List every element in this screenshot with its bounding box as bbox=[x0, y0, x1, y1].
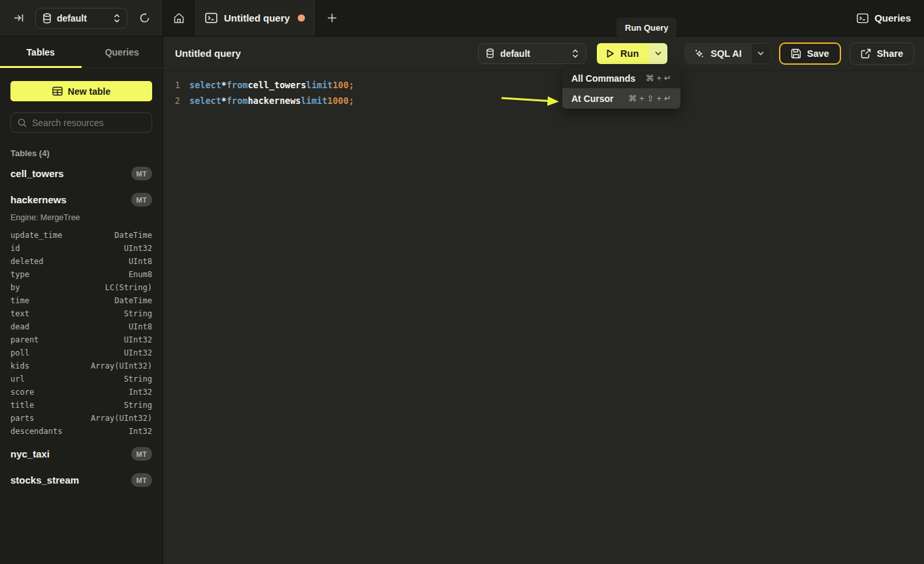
column-name: poll bbox=[10, 348, 29, 357]
sidebar-tab-queries[interactable]: Queries bbox=[82, 37, 163, 67]
run-query-tooltip: Run Query bbox=[616, 18, 677, 38]
column-row[interactable]: idUInt32 bbox=[10, 242, 152, 255]
queries-button[interactable]: Queries bbox=[844, 0, 924, 36]
table-row-stocks-stream[interactable]: stocks_stream MT bbox=[10, 469, 152, 491]
column-row[interactable]: pollUInt32 bbox=[10, 346, 152, 359]
column-name: by bbox=[10, 283, 20, 292]
table-row-nyc-taxi[interactable]: nyc_taxi MT bbox=[10, 443, 152, 465]
column-type: UInt8 bbox=[129, 322, 152, 331]
new-tab-button[interactable] bbox=[316, 0, 347, 36]
column-name: title bbox=[10, 401, 34, 410]
column-type: Int32 bbox=[129, 427, 152, 436]
run-button[interactable]: Run bbox=[597, 43, 649, 64]
column-row[interactable]: textString bbox=[10, 307, 152, 320]
save-button[interactable]: Save bbox=[779, 42, 841, 65]
shortcut-key-icon: ↵ bbox=[664, 73, 671, 83]
sql-editor[interactable]: 1select * from cell_towers limit 100;2se… bbox=[163, 71, 924, 108]
hackernews-columns: update_timeDateTimeidUInt32deletedUInt8t… bbox=[10, 229, 152, 438]
column-row[interactable]: kidsArray(UInt32) bbox=[10, 359, 152, 373]
column-name: update_time bbox=[10, 231, 62, 240]
new-table-button[interactable]: New table bbox=[10, 81, 152, 101]
engine-badge: MT bbox=[131, 473, 152, 487]
column-name: kids bbox=[10, 361, 29, 371]
share-button[interactable]: Share bbox=[850, 42, 914, 65]
column-row[interactable]: scoreInt32 bbox=[10, 386, 152, 399]
toolbar-actions: default Run bbox=[478, 42, 914, 65]
table-row-hackernews[interactable]: hackernews MT bbox=[10, 189, 152, 210]
sql-ai-button[interactable]: SQL AI bbox=[685, 44, 751, 63]
code-line[interactable]: 2select * from hackernews limit 1000; bbox=[163, 93, 924, 108]
column-name: dead bbox=[10, 322, 29, 331]
topbar-database-selector[interactable]: default bbox=[35, 8, 127, 29]
sql-token-kw: limit bbox=[306, 77, 333, 93]
table-name: cell_towers bbox=[10, 168, 64, 179]
code-line[interactable]: 1select * from cell_towers limit 100; bbox=[163, 77, 924, 93]
menu-item-at-cursor[interactable]: At Cursor⌘+⇧+↵ bbox=[562, 88, 680, 108]
query-toolbar: Untitled query default bbox=[163, 37, 924, 71]
topbar-database-value: default bbox=[57, 13, 108, 24]
sidebar-tab-tables[interactable]: Tables bbox=[0, 37, 82, 67]
column-type: UInt32 bbox=[124, 348, 152, 357]
sql-token-num: ; bbox=[349, 93, 354, 108]
search-resources-input[interactable] bbox=[32, 118, 150, 128]
column-row[interactable]: typeEnum8 bbox=[10, 268, 152, 281]
engine-info: Engine: MergeTree bbox=[10, 213, 152, 222]
plus-separator: + bbox=[657, 73, 662, 83]
updown-chevron-icon bbox=[114, 14, 120, 23]
new-table-label: New table bbox=[68, 86, 110, 97]
sql-token-num: 100 bbox=[332, 77, 348, 93]
column-name: id bbox=[10, 244, 20, 253]
home-icon bbox=[173, 12, 185, 24]
sql-token-kw: select bbox=[189, 77, 221, 93]
engine-badge: MT bbox=[131, 447, 152, 461]
column-name: time bbox=[10, 296, 29, 305]
column-type: DateTime bbox=[114, 231, 152, 240]
sql-token-op: * bbox=[221, 77, 227, 93]
run-label: Run bbox=[620, 48, 639, 59]
plus-separator: + bbox=[657, 93, 662, 103]
column-row[interactable]: descendantsInt32 bbox=[10, 425, 152, 438]
column-row[interactable]: parentUInt32 bbox=[10, 333, 152, 346]
queries-label: Queries bbox=[874, 12, 911, 24]
column-row[interactable]: update_timeDateTime bbox=[10, 229, 152, 242]
column-row[interactable]: timeDateTime bbox=[10, 294, 152, 307]
engine-badge: MT bbox=[131, 193, 152, 207]
refresh-icon[interactable] bbox=[135, 9, 153, 27]
run-query-tooltip-label: Run Query bbox=[625, 23, 668, 33]
tab-untitled-query[interactable]: Untitled query bbox=[195, 0, 316, 36]
column-name: url bbox=[10, 374, 25, 384]
column-row[interactable]: deadUInt8 bbox=[10, 320, 152, 333]
column-type: UInt32 bbox=[124, 335, 152, 344]
column-name: parent bbox=[10, 335, 39, 344]
sidebar-tab-queries-label: Queries bbox=[105, 47, 139, 58]
menu-item-all-commands[interactable]: All Commands⌘+↵ bbox=[562, 68, 680, 88]
column-row[interactable]: partsArray(UInt32) bbox=[10, 412, 152, 425]
run-options-caret[interactable] bbox=[649, 43, 667, 64]
column-row[interactable]: byLC(String) bbox=[10, 281, 152, 294]
table-row-cell-towers[interactable]: cell_towers MT bbox=[10, 163, 152, 184]
search-resources-box[interactable] bbox=[10, 112, 152, 133]
collapse-sidebar-icon[interactable] bbox=[9, 9, 27, 27]
toolbar-database-value: default bbox=[500, 48, 566, 59]
column-type: LC(String) bbox=[105, 283, 152, 292]
column-name: deleted bbox=[10, 257, 44, 266]
column-type: Int32 bbox=[129, 388, 152, 397]
query-title: Untitled query bbox=[175, 48, 241, 59]
sparkles-icon bbox=[694, 48, 705, 59]
table-grid-icon bbox=[52, 86, 63, 96]
column-row[interactable]: deletedUInt8 bbox=[10, 255, 152, 268]
unsaved-changes-dot bbox=[298, 14, 305, 22]
sql-ai-label: SQL AI bbox=[710, 48, 742, 59]
database-icon bbox=[486, 48, 494, 58]
column-type: Array(UInt32) bbox=[91, 414, 152, 423]
column-name: text bbox=[10, 309, 29, 318]
shortcut-key-icon: ↵ bbox=[664, 93, 671, 103]
sql-ai-options-caret[interactable] bbox=[751, 44, 771, 63]
column-row[interactable]: urlString bbox=[10, 373, 152, 386]
column-type: Enum8 bbox=[129, 270, 152, 279]
toolbar-database-selector[interactable]: default bbox=[478, 43, 586, 64]
shortcut-key-icon: ⇧ bbox=[647, 93, 654, 103]
shortcut-key-icon: ⌘ bbox=[646, 73, 654, 83]
column-row[interactable]: titleString bbox=[10, 399, 152, 412]
home-tab-button[interactable] bbox=[163, 0, 195, 36]
